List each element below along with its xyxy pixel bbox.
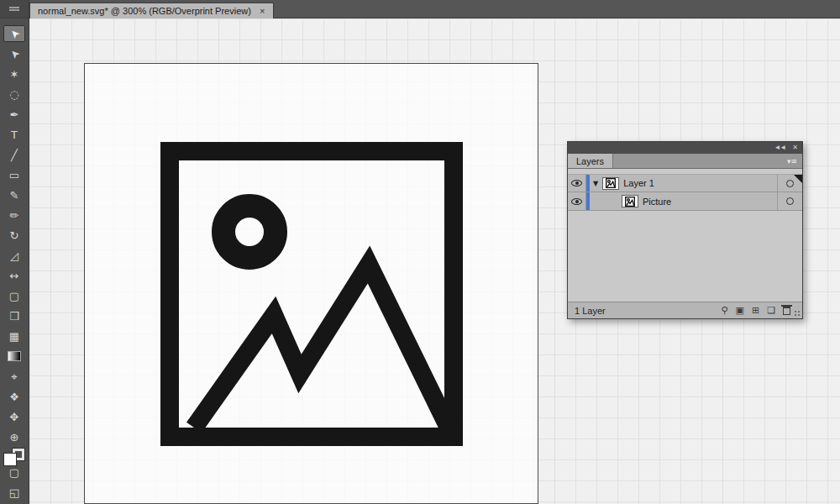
tab-layers[interactable]: Layers (568, 154, 613, 168)
scale-tool-icon: ◿ (10, 250, 18, 261)
pencil-tool-icon: ✏ (10, 210, 19, 221)
zoom-tool-icon: ⊕ (10, 432, 19, 443)
selected-indicator-icon (794, 175, 802, 183)
width-tool-icon: ↔ (10, 270, 19, 281)
layer-name[interactable]: Layer 1 (623, 178, 654, 188)
fill-swatch[interactable] (4, 454, 16, 465)
resize-grip[interactable] (794, 310, 801, 318)
layer-thumbnail (602, 177, 619, 190)
gradient-swatch-icon (8, 351, 21, 361)
layers-panel: ◄◄ ✕ Layers ▾≡ ▼ Layer 1 (567, 141, 803, 319)
layer-row-layer1[interactable]: ▼ Layer 1 (568, 174, 802, 192)
visibility-toggle[interactable] (568, 192, 586, 210)
direct-selection-tool-icon: ➤ (8, 47, 22, 61)
blend-tool[interactable]: ❖ (3, 388, 25, 405)
magic-wand-tool[interactable]: ✶ (3, 66, 25, 82)
new-sublayer-button[interactable]: ⊞ (752, 306, 759, 315)
eye-icon (571, 198, 582, 205)
locate-object-button[interactable]: ⚲ (721, 306, 727, 315)
layer-row-picture[interactable]: Picture (568, 192, 802, 211)
toolbar-grip[interactable] (0, 0, 29, 18)
shape-builder-tool-icon: ❒ (9, 311, 19, 322)
target-column (777, 192, 802, 210)
free-transform-tool[interactable]: ▢ (3, 287, 25, 304)
layers-footer-buttons: ⚲▣⊞❏ (721, 306, 802, 315)
toolbar-extra-tools: ▢◱ (3, 464, 25, 504)
type-tool[interactable]: T (3, 126, 25, 143)
mesh-tool-icon: ▦ (9, 331, 19, 342)
tools-panel: ➤➤✶◌✒T╱▭✎✏↻◿↔▢❒▦⌖❖✥⊕ ▢◱ (0, 18, 29, 504)
mesh-tool[interactable]: ▦ (3, 328, 25, 344)
magic-wand-tool-icon: ✶ (10, 69, 19, 80)
selection-tool-icon: ➤ (8, 27, 22, 41)
paintbrush-tool[interactable]: ✎ (3, 186, 25, 203)
scale-tool[interactable]: ◿ (3, 247, 25, 264)
free-transform-tool-icon: ▢ (9, 291, 19, 302)
toolbar-tools: ➤➤✶◌✒T╱▭✎✏↻◿↔▢❒▦⌖❖✥⊕ (3, 25, 25, 449)
disclosure-triangle-icon[interactable]: ▼ (593, 180, 598, 187)
rotate-tool-icon: ↻ (10, 230, 19, 241)
line-segment-tool-icon: ╱ (11, 150, 18, 160)
lasso-tool-icon: ◌ (9, 89, 18, 100)
picture-artwork[interactable] (160, 142, 463, 446)
type-tool-icon: T (11, 129, 18, 140)
artboard[interactable] (84, 63, 538, 504)
close-panel-icon[interactable]: ✕ (792, 144, 797, 151)
layer-thumbnail (622, 195, 638, 207)
tab-bar: normal_new.svg* @ 300% (RGB/Overprint Pr… (0, 0, 840, 18)
eye-icon (571, 180, 582, 186)
panel-menu-icon[interactable]: ▾≡ (782, 154, 802, 168)
target-circle-icon[interactable] (786, 197, 794, 205)
layers-list: ▼ Layer 1 (568, 169, 802, 302)
new-layer-button[interactable]: ❏ (767, 306, 775, 315)
rectangle-tool[interactable]: ▭ (3, 166, 25, 183)
make-clip-mask-button[interactable]: ▣ (736, 306, 744, 315)
gradient-tool[interactable] (3, 348, 25, 365)
pen-tool-icon: ✒ (10, 109, 19, 120)
eyedropper-tool[interactable]: ⌖ (3, 368, 25, 385)
line-segment-tool[interactable]: ╱ (3, 146, 25, 163)
document-tab[interactable]: normal_new.svg* @ 300% (RGB/Overprint Pr… (29, 3, 274, 18)
document-tab-title: normal_new.svg* @ 300% (RGB/Overprint Pr… (38, 6, 251, 16)
screen-mode-icon[interactable]: ◱ (3, 484, 25, 501)
rotate-tool[interactable]: ↻ (3, 227, 25, 244)
layers-tab-label: Layers (576, 156, 604, 166)
hand-tool-icon: ✥ (10, 412, 19, 423)
close-tab-icon[interactable]: × (260, 6, 265, 16)
rectangle-tool-icon: ▭ (9, 170, 19, 181)
layer-count-label: 1 Layer (568, 306, 606, 316)
direct-selection-tool[interactable]: ➤ (3, 45, 25, 62)
selection-tool[interactable]: ➤ (3, 25, 25, 42)
fill-stroke-indicator[interactable] (4, 454, 24, 460)
blend-tool-icon: ❖ (9, 391, 19, 402)
collapse-panel-icon[interactable]: ◄◄ (774, 144, 785, 151)
target-circle-icon[interactable] (786, 180, 794, 187)
pencil-tool[interactable]: ✏ (3, 207, 25, 223)
paintbrush-tool-icon: ✎ (10, 190, 19, 201)
width-tool[interactable]: ↔ (3, 267, 25, 284)
pen-tool[interactable]: ✒ (3, 106, 25, 123)
layers-panel-tabrow: Layers ▾≡ (568, 154, 802, 169)
drawing-mode-icon[interactable]: ▢ (3, 464, 25, 480)
delete-layer-button[interactable] (783, 307, 790, 315)
layers-panel-titlebar[interactable]: ◄◄ ✕ (568, 142, 802, 154)
shape-builder-tool[interactable]: ❒ (3, 307, 25, 324)
zoom-tool[interactable]: ⊕ (3, 428, 25, 445)
hand-tool[interactable]: ✥ (3, 408, 25, 425)
lasso-tool[interactable]: ◌ (3, 86, 25, 102)
eyedropper-tool-icon: ⌖ (11, 371, 17, 382)
visibility-toggle[interactable] (568, 175, 586, 192)
trash-icon (783, 307, 790, 315)
screen-mode-icon-icon: ◱ (9, 487, 19, 498)
layers-panel-statusbar: 1 Layer ⚲▣⊞❏ (568, 302, 802, 318)
grip-icon (9, 7, 19, 11)
layer-name[interactable]: Picture (643, 197, 671, 207)
drawing-mode-icon-icon: ▢ (9, 467, 19, 478)
